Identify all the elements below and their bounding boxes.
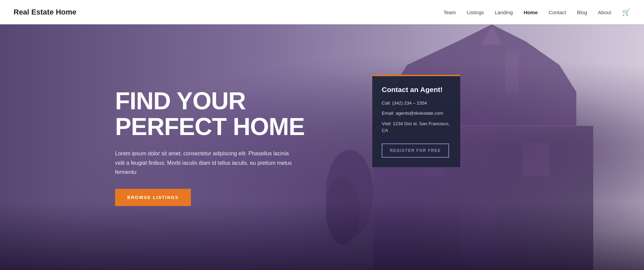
hero-section: FIND YOUR PERFECT HOME Lorem ipsum dolor… [0, 24, 644, 270]
nav-item-listings[interactable]: Listings [467, 9, 484, 15]
contact-email: Email: agents@diviestate.com [382, 110, 451, 117]
browse-listings-button[interactable]: BROWSE LISTINGS [115, 189, 191, 206]
hero-description: Lorem ipsum dolor sit amet, consectetur … [115, 149, 298, 177]
nav-item-team[interactable]: Team [443, 9, 456, 15]
site-logo[interactable]: Real Estate Home [14, 8, 76, 17]
main-nav: Team Listings Landing Home Contact Blog … [443, 8, 630, 16]
nav-item-landing[interactable]: Landing [495, 9, 513, 15]
site-header: Real Estate Home Team Listings Landing H… [0, 0, 644, 24]
register-button[interactable]: REGISTER FOR FREE [382, 143, 449, 158]
nav-item-blog[interactable]: Blog [577, 9, 587, 15]
contact-card: Contact an Agent! Call: (342) 234 – 2354… [372, 75, 460, 167]
contact-card-title: Contact an Agent! [382, 86, 451, 94]
hero-content: FIND YOUR PERFECT HOME Lorem ipsum dolor… [0, 88, 644, 206]
hero-bottom-dark [0, 202, 644, 270]
contact-phone: Call: (342) 234 – 2354 [382, 100, 451, 107]
hero-title: FIND YOUR PERFECT HOME [115, 88, 305, 139]
contact-visit: Visit: 1234 Divi st. San Francisco, CA [382, 120, 451, 134]
nav-item-home[interactable]: Home [524, 9, 538, 15]
cart-icon[interactable]: 🛒 [622, 8, 630, 16]
nav-item-contact[interactable]: Contact [549, 9, 566, 15]
nav-item-about[interactable]: About [598, 9, 611, 15]
hero-text-block: FIND YOUR PERFECT HOME Lorem ipsum dolor… [115, 88, 305, 206]
